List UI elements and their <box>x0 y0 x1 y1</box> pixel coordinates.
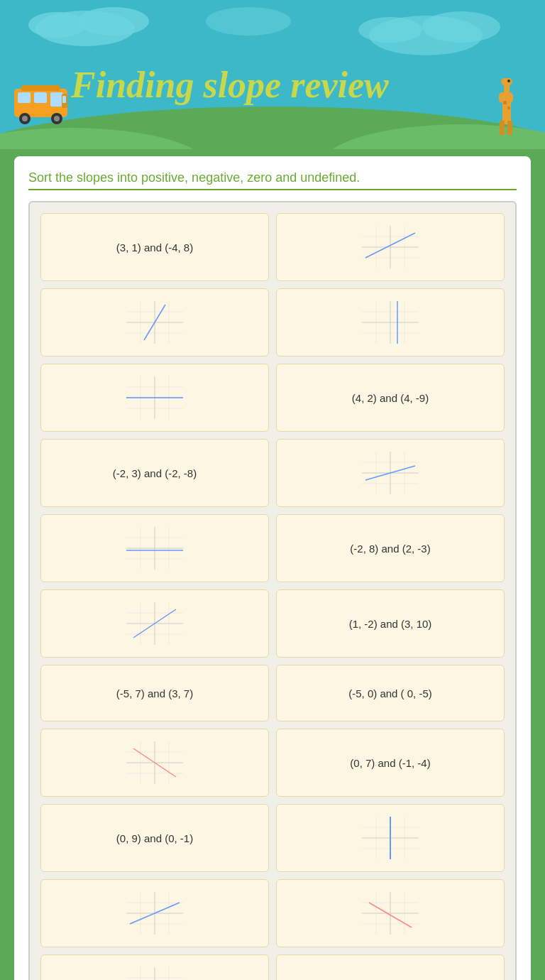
graph-neg2 <box>358 888 422 938</box>
graph-positive-steep <box>123 298 187 347</box>
card-6[interactable]: (4, 2) and (4, -9) <box>276 364 505 432</box>
card-7-text: (-2, 3) and (-2, -8) <box>113 467 197 479</box>
graph-positive-shallow <box>358 222 422 272</box>
svg-point-5 <box>422 11 500 43</box>
card-14[interactable]: (-5, 0) and ( 0, -5) <box>276 665 505 722</box>
card-3[interactable] <box>40 288 269 356</box>
card-20[interactable] <box>276 879 505 947</box>
card-17[interactable]: (0, 9) and (0, -1) <box>40 804 269 872</box>
card-12[interactable]: (1, -2) and (3, 10) <box>276 589 505 658</box>
card-16-text: (0, 7) and (-1, -4) <box>350 757 430 769</box>
svg-point-25 <box>501 78 512 86</box>
card-17-text: (0, 9) and (0, -1) <box>116 832 193 844</box>
graph-vertical2 <box>358 813 422 863</box>
svg-rect-28 <box>507 107 510 109</box>
card-13-text: (-5, 7) and (3, 7) <box>116 687 193 699</box>
card-13[interactable]: (-5, 7) and (3, 7) <box>40 665 269 722</box>
svg-point-16 <box>22 116 28 121</box>
card-1-text: (3, 1) and (-4, 8) <box>116 241 193 254</box>
card-12-text: (1, -2) and (3, 10) <box>349 618 432 630</box>
card-10-text: (-2, 8) and (2, -3) <box>350 543 430 555</box>
card-6-text: (4, 2) and (4, -9) <box>352 392 429 404</box>
card-16[interactable]: (0, 7) and (-1, -4) <box>276 729 505 797</box>
graph-horizontal <box>123 373 187 423</box>
graph-vertical <box>358 298 422 347</box>
svg-point-18 <box>54 116 60 121</box>
card-4[interactable] <box>276 288 505 356</box>
svg-rect-19 <box>21 85 60 91</box>
card-7[interactable]: (-2, 3) and (-2, -8) <box>40 439 269 507</box>
svg-rect-14 <box>50 92 63 107</box>
svg-point-7 <box>206 7 291 36</box>
card-21[interactable] <box>40 954 269 980</box>
svg-rect-29 <box>500 121 505 135</box>
card-2[interactable] <box>276 213 505 281</box>
card-5[interactable] <box>40 364 269 432</box>
graph-pos-shallow2 <box>358 448 422 498</box>
giraffe-icon <box>488 78 524 135</box>
graph-pos3 <box>123 599 187 648</box>
page-title: Finding slope review <box>71 64 389 106</box>
main-content: Sort the slopes into positive, negative,… <box>14 156 531 980</box>
svg-rect-21 <box>62 96 66 103</box>
card-15[interactable] <box>40 729 269 797</box>
svg-point-6 <box>358 17 422 43</box>
instruction-text: Sort the slopes into positive, negative,… <box>28 170 517 190</box>
svg-rect-12 <box>18 92 31 103</box>
svg-point-3 <box>28 12 85 38</box>
card-10[interactable]: (-2, 8) and (2, -3) <box>276 514 505 582</box>
card-8[interactable] <box>276 439 505 507</box>
card-grid: (3, 1) and (-4, 8) <box>40 213 505 980</box>
svg-rect-13 <box>34 92 47 103</box>
graph-horiz2 <box>123 523 187 573</box>
svg-rect-30 <box>507 121 512 135</box>
card-9[interactable] <box>40 514 269 582</box>
card-18[interactable] <box>276 804 505 872</box>
graph-pos4 <box>123 888 187 938</box>
svg-point-2 <box>78 7 149 36</box>
card-1[interactable]: (3, 1) and (-4, 8) <box>40 213 269 281</box>
svg-rect-27 <box>503 101 507 104</box>
graph-negative-steep <box>123 738 187 788</box>
sort-container: (3, 1) and (-4, 8) <box>28 201 517 980</box>
header: Finding slope review <box>0 0 545 149</box>
card-19[interactable] <box>40 879 269 947</box>
bus-icon <box>11 78 75 128</box>
card-22[interactable]: (2, -3) and (-2, -3) <box>276 954 505 980</box>
card-11[interactable] <box>40 589 269 658</box>
graph-horizontal3 <box>123 964 187 980</box>
svg-point-26 <box>507 80 510 82</box>
card-14-text: (-5, 0) and ( 0, -5) <box>348 687 432 699</box>
